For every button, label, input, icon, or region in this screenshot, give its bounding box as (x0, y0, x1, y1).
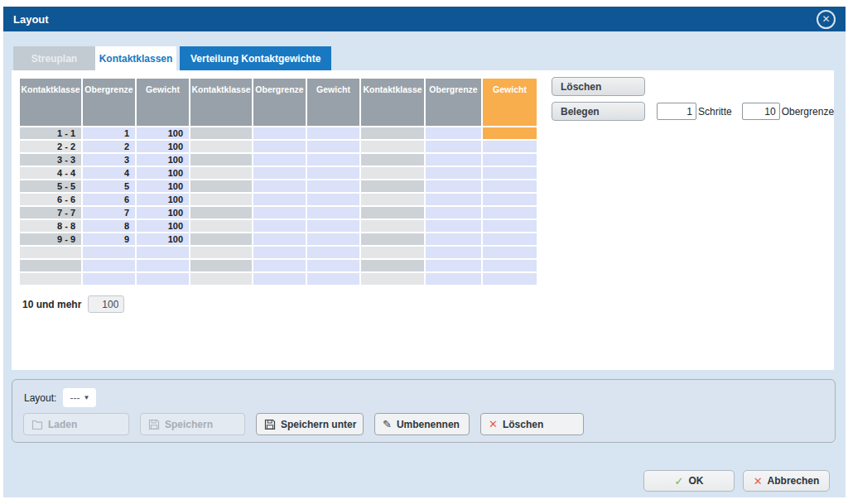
table-cell[interactable] (307, 273, 359, 285)
layout-dropdown[interactable]: --- ▼ (63, 388, 96, 407)
table-cell[interactable] (253, 180, 306, 192)
assign-button[interactable]: Belegen (552, 102, 645, 121)
table-cell[interactable] (307, 154, 359, 166)
table-cell[interactable] (83, 247, 135, 258)
table-cell[interactable] (426, 207, 481, 218)
table-cell[interactable] (20, 260, 81, 271)
table-cell[interactable] (426, 260, 481, 271)
column-header[interactable]: Obergrenze (83, 79, 135, 126)
table-cell[interactable] (483, 167, 537, 179)
table-cell[interactable] (137, 260, 189, 271)
table-cell[interactable] (361, 167, 424, 179)
close-icon[interactable]: ✕ (817, 10, 836, 29)
column-header[interactable]: Gewicht (307, 79, 359, 126)
table-cell[interactable] (190, 167, 252, 179)
table-cell[interactable]: 3 - 3 (20, 154, 81, 166)
table-cell[interactable]: 6 (83, 194, 135, 205)
table-cell[interactable] (483, 207, 537, 218)
table-cell[interactable] (190, 141, 252, 152)
table-cell[interactable] (483, 194, 537, 205)
table-cell[interactable] (361, 194, 424, 205)
rename-button[interactable]: ✎ Umbenennen (374, 413, 470, 435)
table-cell[interactable] (483, 141, 537, 152)
table-cell[interactable] (137, 247, 189, 258)
tab-streuplan[interactable]: Streuplan (13, 46, 95, 70)
table-cell[interactable]: 6 - 6 (20, 194, 81, 205)
table-cell[interactable]: 5 (83, 180, 135, 192)
table-cell[interactable]: 2 - 2 (20, 141, 81, 152)
table-cell[interactable]: 4 - 4 (20, 167, 81, 179)
upper-limit-input[interactable] (742, 103, 780, 120)
table-cell[interactable] (361, 273, 424, 285)
column-header[interactable]: Obergrenze (426, 79, 481, 126)
column-header[interactable]: Obergrenze (253, 79, 306, 126)
table-cell[interactable] (307, 167, 359, 179)
table-cell[interactable]: 1 (83, 127, 135, 139)
table-cell[interactable] (253, 220, 306, 232)
table-cell[interactable] (361, 154, 424, 166)
table-cell[interactable] (190, 220, 252, 232)
table-cell[interactable] (426, 233, 481, 245)
table-cell[interactable] (307, 180, 359, 192)
table-cell[interactable]: 7 - 7 (20, 207, 81, 218)
delete-layout-button[interactable]: ✕ Löschen (480, 413, 584, 435)
ten-and-more-input[interactable] (88, 295, 124, 313)
save-as-button[interactable]: Speichern unter (256, 413, 364, 435)
load-button[interactable]: Laden (23, 413, 129, 435)
selected-cell[interactable] (483, 127, 537, 139)
table-cell[interactable] (190, 247, 252, 258)
table-cell[interactable]: 100 (137, 207, 189, 218)
table-cell[interactable] (426, 273, 481, 285)
table-cell[interactable]: 100 (137, 180, 189, 192)
table-cell[interactable] (426, 154, 481, 166)
table-cell[interactable] (253, 260, 306, 271)
table-cell[interactable] (307, 247, 359, 258)
table-cell[interactable]: 1 - 1 (20, 127, 81, 139)
table-cell[interactable] (253, 233, 306, 245)
table-cell[interactable]: 100 (137, 127, 189, 139)
table-cell[interactable] (307, 220, 359, 232)
cancel-button[interactable]: ✕ Abbrechen (743, 470, 830, 492)
ok-button[interactable]: ✓ OK (643, 470, 735, 492)
table-cell[interactable] (483, 220, 537, 232)
table-cell[interactable] (253, 247, 306, 258)
table-cell[interactable] (307, 141, 359, 152)
table-cell[interactable]: 100 (137, 233, 189, 245)
table-cell[interactable] (361, 207, 424, 218)
steps-input[interactable] (657, 103, 696, 120)
table-cell[interactable] (190, 154, 252, 166)
table-cell[interactable] (483, 233, 537, 245)
table-cell[interactable]: 4 (83, 167, 135, 179)
column-header-selected[interactable]: Gewicht (483, 79, 537, 126)
table-cell[interactable] (20, 247, 81, 258)
table-cell[interactable] (426, 167, 481, 179)
column-header[interactable]: Kontaktklasse (20, 79, 81, 126)
table-cell[interactable]: 8 - 8 (20, 220, 81, 232)
table-cell[interactable]: 2 (83, 141, 135, 152)
table-cell[interactable] (426, 194, 481, 205)
table-cell[interactable] (20, 273, 81, 285)
table-cell[interactable] (253, 141, 306, 152)
table-cell[interactable] (253, 127, 306, 139)
table-cell[interactable] (307, 207, 359, 218)
table-cell[interactable]: 100 (137, 141, 189, 152)
table-cell[interactable]: 9 (83, 233, 135, 245)
table-cell[interactable] (253, 167, 306, 179)
table-cell[interactable] (190, 127, 252, 139)
table-cell[interactable] (253, 194, 306, 205)
table-cell[interactable]: 100 (137, 167, 189, 179)
table-cell[interactable] (307, 127, 359, 139)
table-cell[interactable] (361, 233, 424, 245)
table-cell[interactable] (307, 194, 359, 205)
table-cell[interactable] (361, 260, 424, 271)
table-cell[interactable]: 3 (83, 154, 135, 166)
table-cell[interactable] (361, 141, 424, 152)
table-cell[interactable] (307, 260, 359, 271)
table-cell[interactable] (361, 127, 424, 139)
table-cell[interactable]: 8 (83, 220, 135, 232)
tab-kontaktklassen[interactable]: Kontaktklassen (95, 46, 176, 70)
table-cell[interactable]: 9 - 9 (20, 233, 81, 245)
table-cell[interactable] (483, 247, 537, 258)
table-cell[interactable] (483, 154, 537, 166)
save-button[interactable]: Speichern (140, 413, 245, 435)
